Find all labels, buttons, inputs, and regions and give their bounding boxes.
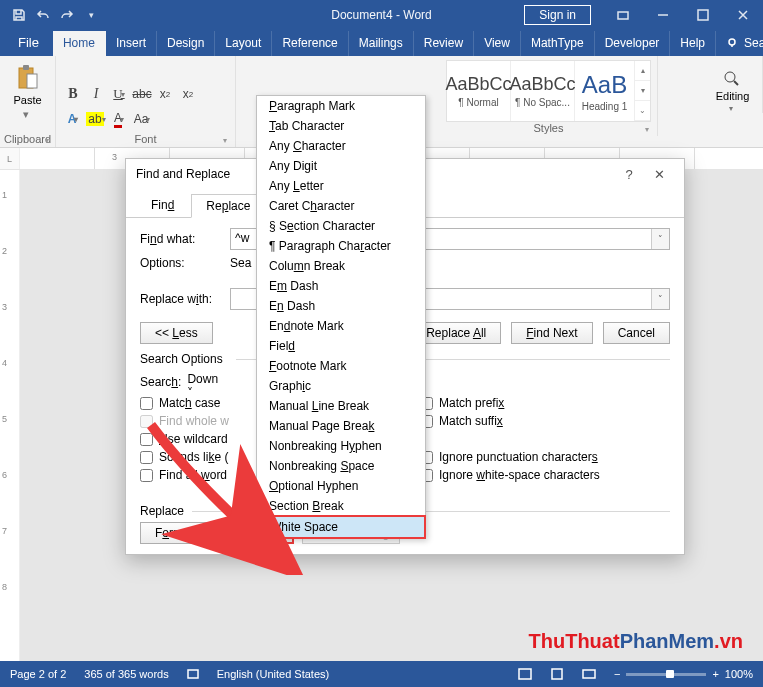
menu-item[interactable]: Column Break	[257, 256, 425, 276]
menu-item[interactable]: Section Break	[257, 496, 425, 516]
menu-item[interactable]: Any Digit	[257, 156, 425, 176]
svg-rect-14	[519, 669, 531, 679]
format-button[interactable]: Format ▾	[140, 522, 215, 544]
tab-help[interactable]: Help	[670, 31, 716, 56]
undo-icon[interactable]	[32, 4, 54, 26]
style-nospacing[interactable]: AaBbCc ¶ No Spac...	[511, 61, 575, 121]
spellcheck-icon[interactable]	[187, 668, 199, 680]
menu-item[interactable]: Nonbreaking Hyphen	[257, 436, 425, 456]
read-mode-icon[interactable]	[518, 668, 532, 680]
find-what-label: Find what:	[140, 232, 222, 246]
tab-insert[interactable]: Insert	[106, 31, 157, 56]
status-language[interactable]: English (United States)	[217, 668, 330, 680]
menu-item[interactable]: Paragraph Mark	[257, 96, 425, 116]
tab-review[interactable]: Review	[414, 31, 474, 56]
text-effects-button[interactable]: A▾	[62, 108, 84, 130]
style-normal[interactable]: AaBbCc ¶ Normal	[447, 61, 511, 121]
menu-item[interactable]: Em Dash	[257, 276, 425, 296]
tab-home[interactable]: Home	[53, 31, 106, 56]
editing-button[interactable]: Editing ▾	[716, 60, 750, 113]
less-button[interactable]: << Less	[140, 322, 213, 344]
styles-group: AaBbCc ¶ Normal AaBbCc ¶ No Spac... AaB …	[440, 56, 658, 136]
dialog-close-icon[interactable]: ✕	[644, 167, 674, 182]
search-direction-label: Search:	[140, 375, 181, 389]
tab-file[interactable]: File	[4, 30, 53, 56]
ribbon-display-icon[interactable]	[603, 0, 643, 30]
menu-item[interactable]: Endnote Mark	[257, 316, 425, 336]
menu-item[interactable]: En Dash	[257, 296, 425, 316]
menu-item[interactable]: Footnote Mark	[257, 356, 425, 376]
menu-item[interactable]: Nonbreaking Space	[257, 456, 425, 476]
underline-button[interactable]: U▾	[108, 83, 130, 105]
cancel-button[interactable]: Cancel	[603, 322, 670, 344]
bold-button[interactable]: B	[62, 83, 84, 105]
menu-item[interactable]: Any Letter	[257, 176, 425, 196]
minimize-icon[interactable]	[643, 0, 683, 30]
vertical-ruler[interactable]: 1 2 3 4 5 6 7 8	[0, 170, 20, 661]
font-group-label: Font	[62, 133, 229, 147]
strikethrough-button[interactable]: abc	[131, 83, 153, 105]
find-next-button[interactable]: Find Next	[511, 322, 592, 344]
menu-item[interactable]: Graphic	[257, 376, 425, 396]
ribbon-tabs: File Home Insert Design Layout Reference…	[0, 30, 763, 56]
dialog-help-icon[interactable]: ?	[614, 167, 644, 182]
web-layout-icon[interactable]	[582, 668, 596, 680]
status-page[interactable]: Page 2 of 2	[10, 668, 66, 680]
tab-references[interactable]: Reference	[272, 31, 348, 56]
menu-item[interactable]: Manual Page Break	[257, 416, 425, 436]
styles-group-label: Styles	[446, 122, 651, 136]
zoom-slider[interactable]	[626, 673, 706, 676]
search-direction-select[interactable]: Down ˅	[187, 372, 251, 392]
menu-item[interactable]: Field	[257, 336, 425, 356]
qat-more-icon[interactable]: ▾	[80, 4, 102, 26]
subscript-button[interactable]: x2	[154, 83, 176, 105]
tab-developer[interactable]: Developer	[595, 31, 671, 56]
status-words[interactable]: 365 of 365 words	[84, 668, 168, 680]
editing-group: Editing ▾	[703, 56, 763, 113]
find-icon	[723, 70, 741, 88]
styles-scroll[interactable]: ▴▾⌄	[635, 61, 650, 121]
zoom-controls[interactable]: − + 100%	[614, 668, 753, 680]
tab-view[interactable]: View	[474, 31, 521, 56]
tab-layout[interactable]: Layout	[215, 31, 272, 56]
match-case-checkbox[interactable]	[140, 397, 153, 410]
tab-find[interactable]: Find	[136, 193, 189, 217]
tab-mailings[interactable]: Mailings	[349, 31, 414, 56]
menu-item[interactable]: Any Character	[257, 136, 425, 156]
menu-item[interactable]: Tab Character	[257, 116, 425, 136]
change-case-button[interactable]: Aa▾	[131, 108, 153, 130]
find-all-forms-checkbox[interactable]	[140, 469, 153, 482]
style-heading1[interactable]: AaB Heading 1	[575, 61, 635, 121]
menu-item[interactable]: ¶ Paragraph Character	[257, 236, 425, 256]
tell-me-search[interactable]: Search	[716, 31, 763, 56]
chevron-down-icon[interactable]: ˅	[651, 229, 669, 249]
font-color-button[interactable]: A▾	[108, 108, 130, 130]
tab-design[interactable]: Design	[157, 31, 215, 56]
italic-button[interactable]: I	[85, 83, 107, 105]
svg-rect-0	[618, 12, 628, 19]
use-wildcards-checkbox[interactable]	[140, 433, 153, 446]
menu-item[interactable]: Caret Character	[257, 196, 425, 216]
signin-button[interactable]: Sign in	[524, 5, 591, 25]
quick-access-toolbar: ▾	[0, 4, 102, 26]
highlight-button[interactable]: ab▾	[85, 108, 107, 130]
superscript-button[interactable]: x2	[177, 83, 199, 105]
paste-button[interactable]: Paste ▾	[13, 60, 41, 121]
chevron-down-icon[interactable]: ˅	[651, 289, 669, 309]
save-icon[interactable]	[8, 4, 30, 26]
redo-icon[interactable]	[56, 4, 78, 26]
tab-mathtype[interactable]: MathType	[521, 31, 595, 56]
print-layout-icon[interactable]	[550, 668, 564, 680]
menu-item[interactable]: Manual Line Break	[257, 396, 425, 416]
menu-item[interactable]: § Section Character	[257, 216, 425, 236]
svg-rect-9	[23, 65, 29, 70]
close-icon[interactable]	[723, 0, 763, 30]
dialog-title: Find and Replace	[136, 167, 230, 181]
zoom-level[interactable]: 100%	[725, 668, 753, 680]
menu-item[interactable]: Optional Hyphen	[257, 476, 425, 496]
styles-gallery[interactable]: AaBbCc ¶ Normal AaBbCc ¶ No Spac... AaB …	[446, 60, 651, 122]
maximize-icon[interactable]	[683, 0, 723, 30]
sounds-like-checkbox[interactable]	[140, 451, 153, 464]
tab-replace[interactable]: Replace	[191, 194, 265, 218]
menu-item-white-space[interactable]: White Space	[256, 515, 426, 539]
